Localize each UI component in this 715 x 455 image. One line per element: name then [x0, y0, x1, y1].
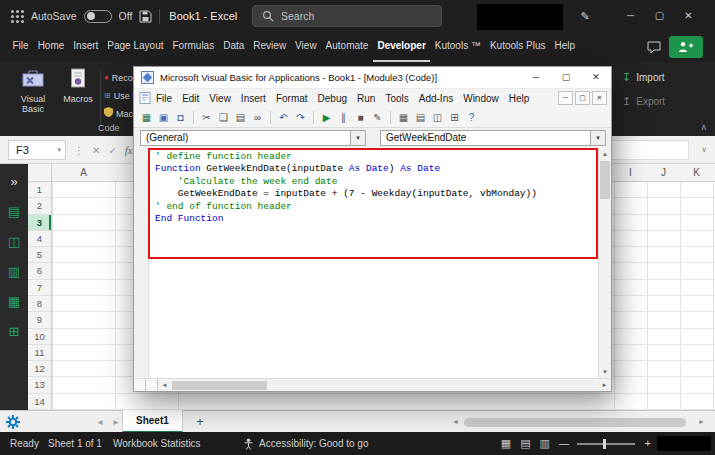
zoom-in-icon[interactable]: + — [645, 432, 651, 455]
vba-copy-icon[interactable]: ❏ — [216, 110, 231, 126]
enter-icon[interactable]: ✓ — [108, 145, 116, 156]
tab-developer[interactable]: Developer — [373, 32, 430, 62]
vba-menu-insert[interactable]: Insert — [236, 93, 271, 104]
vba-child-minimize-button[interactable]: ─ — [558, 91, 573, 105]
row-header-7[interactable]: 7 — [28, 280, 51, 296]
tab-formulas[interactable]: Formulas — [168, 32, 219, 62]
vba-object-browser-icon[interactable]: ◫ — [430, 110, 445, 126]
page-break-preview-icon[interactable]: ▥ — [540, 437, 550, 450]
row-header-1[interactable]: 1 — [28, 182, 51, 198]
search-box[interactable]: Search — [252, 5, 442, 27]
vba-menu-view[interactable]: View — [204, 93, 236, 104]
autosave-toggle[interactable] — [84, 10, 112, 23]
page-layout-view-icon[interactable]: ▤ — [520, 437, 530, 450]
share-button[interactable] — [669, 36, 703, 58]
vba-help-icon[interactable]: ? — [464, 110, 479, 126]
scroll-up-icon[interactable]: ▲ — [599, 148, 611, 160]
normal-view-icon[interactable]: ▦ — [501, 437, 511, 450]
macros-button[interactable]: Macros — [58, 68, 98, 104]
column-header-k[interactable]: K — [680, 164, 713, 182]
editing-mode-pencil-icon[interactable]: ✎ — [572, 0, 598, 32]
vba-toolbox-icon[interactable]: ⊞ — [447, 110, 462, 126]
tab-page-layout[interactable]: Page Layout — [103, 32, 168, 62]
hscroll-left-icon[interactable]: ◄ — [452, 411, 459, 433]
accessibility-status[interactable]: Accessibility: Good to go — [243, 432, 369, 455]
scroll-down-icon[interactable]: ▼ — [599, 366, 611, 378]
code-vertical-scrollbar[interactable]: ▲ ▼ — [598, 148, 611, 378]
vba-properties-window-icon[interactable]: ▤ — [413, 110, 428, 126]
clipboard-pane-icon[interactable]: ⊞ — [0, 320, 28, 344]
tab-file[interactable]: File — [8, 32, 33, 62]
row-header-2[interactable]: 2 — [28, 198, 51, 214]
vba-save-icon[interactable]: ◘ — [173, 110, 188, 126]
row-header-8[interactable]: 8 — [28, 296, 51, 312]
vba-redo-icon[interactable]: ↷ — [293, 110, 308, 126]
expand-formula-bar-icon[interactable]: ∨ — [701, 136, 707, 164]
procedure-dropdown-arrow-icon[interactable]: ▾ — [590, 131, 605, 145]
scroll-right-icon[interactable]: ► — [598, 382, 611, 388]
vba-insert-userform-icon[interactable]: ▣ — [156, 110, 171, 126]
close-button[interactable]: ✕ — [674, 0, 703, 32]
vba-menu-file[interactable]: File — [151, 93, 177, 104]
vba-menu-tools[interactable]: Tools — [380, 93, 413, 104]
app-launcher-icon[interactable] — [10, 9, 24, 23]
column-list-icon[interactable]: ▥ — [0, 260, 28, 284]
vba-run-icon[interactable]: ▶ — [319, 110, 334, 126]
visual-basic-button[interactable]: Visual Basic — [10, 68, 56, 114]
horizontal-scroll-thumb[interactable] — [172, 381, 267, 390]
column-header-j[interactable]: J — [647, 164, 680, 182]
select-all-corner[interactable] — [28, 164, 52, 182]
vba-break-icon[interactable]: ∥ — [336, 110, 351, 126]
tab-data[interactable]: Data — [219, 32, 249, 62]
vba-cut-icon[interactable]: ✂ — [199, 110, 214, 126]
row-header-5[interactable]: 5 — [28, 247, 51, 263]
tab-kutools-plus[interactable]: Kutools Plus — [485, 32, 550, 62]
cancel-icon[interactable]: ✕ — [92, 145, 100, 156]
export-button[interactable]: ↥ Export — [622, 95, 665, 107]
vba-child-restore-button[interactable]: ▢ — [575, 91, 590, 105]
tab-automate[interactable]: Automate — [321, 32, 373, 62]
object-dropdown[interactable]: (General) ▾ — [140, 130, 366, 146]
insert-function-icon[interactable]: fx — [125, 144, 133, 156]
row-header-12[interactable]: 12 — [28, 361, 51, 377]
vba-minimize-button[interactable]: ─ — [521, 67, 551, 88]
vertical-scroll-thumb[interactable] — [600, 161, 610, 199]
row-header-10[interactable]: 10 — [28, 329, 51, 345]
tab-help[interactable]: Help — [550, 32, 580, 62]
split-handle[interactable] — [134, 379, 146, 391]
sheet-tab-sheet1[interactable]: Sheet1 — [122, 410, 183, 433]
save-icon[interactable] — [139, 10, 152, 23]
vba-maximize-button[interactable]: ▢ — [551, 67, 581, 88]
vba-menu-add-ins[interactable]: Add-Ins — [414, 93, 458, 104]
vba-undo-icon[interactable]: ↶ — [276, 110, 291, 126]
zoom-slider[interactable] — [577, 443, 635, 445]
row-header-11[interactable]: 11 — [28, 345, 51, 361]
tab-view[interactable]: View — [291, 32, 322, 62]
name-box[interactable]: F3 ▾ — [8, 140, 66, 160]
next-sheet-icon[interactable]: ► — [112, 418, 120, 427]
vba-menu-format[interactable]: Format — [271, 93, 313, 104]
zoom-slider-thumb[interactable] — [603, 439, 606, 449]
row-header-6[interactable]: 6 — [28, 263, 51, 279]
worksheet-icon[interactable]: ◫ — [0, 230, 28, 254]
vba-menu-window[interactable]: Window — [458, 93, 504, 104]
column-header-i[interactable]: I — [614, 164, 647, 182]
split-handle[interactable] — [146, 379, 158, 391]
row-header-4[interactable]: 4 — [28, 231, 51, 247]
object-dropdown-arrow-icon[interactable]: ▾ — [350, 131, 365, 145]
vba-view-microsoft-excel-icon[interactable]: ▦ — [139, 110, 154, 126]
tab-insert[interactable]: Insert — [69, 32, 103, 62]
more-handle-icon[interactable]: ⋮ — [74, 145, 84, 156]
import-button[interactable]: ↧ Import — [622, 71, 665, 83]
vba-reset-icon[interactable]: ■ — [353, 110, 368, 126]
range-grid-icon[interactable]: ▦ — [0, 290, 28, 314]
record-macro-button[interactable]: ● Record Macro — [104, 71, 133, 84]
row-header-9[interactable]: 9 — [28, 312, 51, 328]
workbook-statistics-button[interactable]: Workbook Statistics — [113, 432, 201, 455]
minimize-button[interactable]: ─ — [616, 0, 645, 32]
vba-menu-run[interactable]: Run — [352, 93, 380, 104]
expand-pane-icon[interactable]: » — [0, 170, 28, 194]
macro-security-button[interactable]: Macro Security — [104, 107, 133, 120]
hscroll-right-icon[interactable]: ► — [698, 411, 705, 433]
code-horizontal-scrollbar[interactable]: ◄ ► — [134, 378, 611, 391]
